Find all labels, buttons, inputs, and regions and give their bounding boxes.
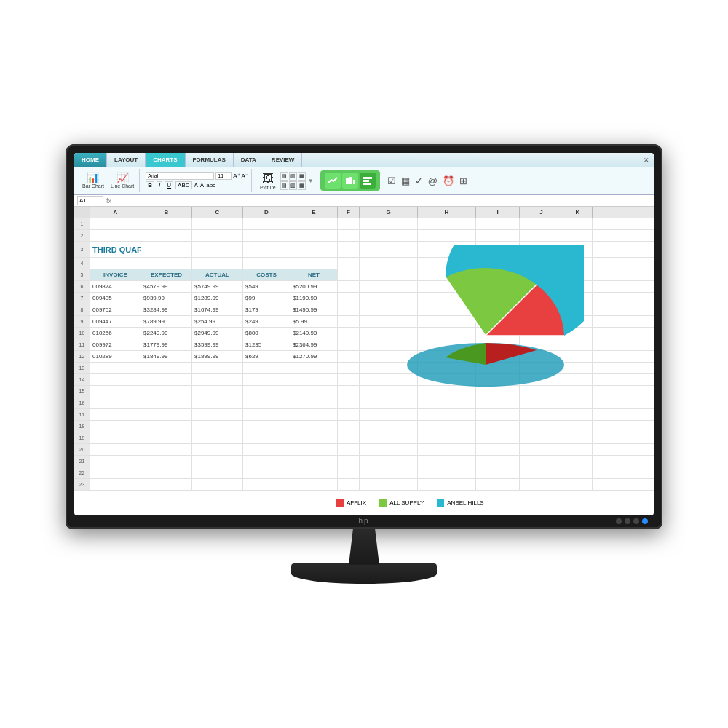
cell-b21[interactable] [141,456,192,467]
cell-a13[interactable] [90,363,141,373]
cell-b2[interactable] [141,230,192,241]
control-dot-power[interactable] [642,518,648,524]
cell-e23[interactable] [290,479,338,490]
cell-e19[interactable] [290,432,338,443]
cell-actual-header[interactable]: ACTUAL [192,269,243,280]
cell-invoice-2[interactable]: 009752 [90,304,141,315]
cell-d3[interactable] [243,242,290,257]
cell-d13[interactable] [243,363,290,373]
cell-reference-input[interactable] [77,196,103,205]
font-color-btn[interactable]: A [194,182,198,189]
cell-d22[interactable] [243,467,290,478]
col-header-b[interactable]: B [141,207,192,218]
cell-i19[interactable] [476,432,520,443]
cell-i18[interactable] [476,421,520,432]
cell-invoice-3[interactable]: 009447 [90,316,141,327]
tab-home[interactable]: HOME [74,153,107,167]
cell-j22[interactable] [520,467,563,478]
cell-f-0[interactable] [338,281,360,292]
cell-expected-4[interactable]: $2249.99 [141,328,192,339]
insert-option-1[interactable]: ▤ [280,172,288,181]
cell-b14[interactable] [141,374,192,385]
strikethrough-btn[interactable]: ABC [175,181,191,189]
picture-btn[interactable]: 🖼 Picture [258,170,278,191]
cell-costs-4[interactable]: $800 [243,328,290,339]
cell-f-2[interactable] [338,304,360,315]
cell-costs-2[interactable]: $179 [243,304,290,315]
cell-h18[interactable] [418,421,476,432]
line-chart-select-btn[interactable] [325,173,341,189]
cell-net-4[interactable]: $2149.99 [290,328,338,339]
col-header-k[interactable]: K [563,207,593,218]
cell-f23[interactable] [338,479,360,490]
clock-icon[interactable]: ⏰ [441,174,456,188]
cell-f19[interactable] [338,432,360,443]
cell-b1[interactable] [141,218,192,229]
cell-invoice-0[interactable]: 009874 [90,281,141,292]
cell-g20[interactable] [360,444,418,455]
cell-f-6[interactable] [338,351,360,362]
col-header-c[interactable]: C [192,207,243,218]
cell-net-0[interactable]: $5200.99 [290,281,338,292]
col-header-g[interactable]: G [360,207,418,218]
cell-i22[interactable] [476,467,520,478]
cell-d19[interactable] [243,432,290,443]
cell-c21[interactable] [192,456,243,467]
check-list-icon[interactable]: ☑ [386,174,397,188]
cell-k22[interactable] [563,467,593,478]
cell-h19[interactable] [418,432,476,443]
tab-charts[interactable]: CHARTS [146,153,185,167]
cell-f18[interactable] [338,421,360,432]
cell-b22[interactable] [141,467,192,478]
cell-e21[interactable] [290,456,338,467]
cell-invoice-6[interactable]: 010289 [90,351,141,362]
insert-option-5[interactable]: ▥ [289,181,297,190]
cell-b18[interactable] [141,421,192,432]
cell-b3[interactable] [141,242,192,257]
cell-f13[interactable] [338,363,360,373]
cell-a22[interactable] [90,467,141,478]
cell-k23[interactable] [563,479,593,490]
tab-layout[interactable]: LAYOUT [107,153,146,167]
insert-option-3[interactable]: ▦ [298,172,306,181]
cell-f5[interactable] [338,269,360,280]
cell-actual-6[interactable]: $1899.99 [192,351,243,362]
cell-h23[interactable] [418,479,476,490]
cell-h2[interactable] [418,230,476,241]
cell-g21[interactable] [360,456,418,467]
font-name-input[interactable] [146,172,214,180]
cell-a23[interactable] [90,479,141,490]
expand2-icon[interactable]: ⊞ [458,174,469,188]
tab-formulas[interactable]: FORMULAS [186,153,234,167]
cell-c17[interactable] [192,409,243,420]
cell-f22[interactable] [338,467,360,478]
cell-e20[interactable] [290,444,338,455]
cell-c23[interactable] [192,479,243,490]
cell-b16[interactable] [141,397,192,408]
cell-a15[interactable] [90,386,141,397]
cell-net-1[interactable]: $1190.99 [290,293,338,304]
cell-k21[interactable] [563,456,593,467]
font-highlight-btn[interactable]: A [200,182,204,189]
cell-d17[interactable] [243,409,290,420]
cell-g18[interactable] [360,421,418,432]
cell-k19[interactable] [563,432,593,443]
cell-f20[interactable] [338,444,360,455]
cell-d16[interactable] [243,397,290,408]
cell-expected-3[interactable]: $789.99 [141,316,192,327]
cell-expected-0[interactable]: $4579.99 [141,281,192,292]
cell-e17[interactable] [290,409,338,420]
col-header-f[interactable]: F [338,207,360,218]
cell-h1[interactable] [418,218,476,229]
cell-j2[interactable] [520,230,563,241]
cell-d21[interactable] [243,456,290,467]
col-header-a[interactable]: A [90,207,141,218]
cell-d20[interactable] [243,444,290,455]
cell-a21[interactable] [90,456,141,467]
cell-c19[interactable] [192,432,243,443]
control-dot-2[interactable] [625,518,630,524]
cell-f2[interactable] [338,230,360,241]
cell-g2[interactable] [360,230,418,241]
cell-a20[interactable] [90,444,141,455]
col-header-i[interactable]: I [476,207,520,218]
